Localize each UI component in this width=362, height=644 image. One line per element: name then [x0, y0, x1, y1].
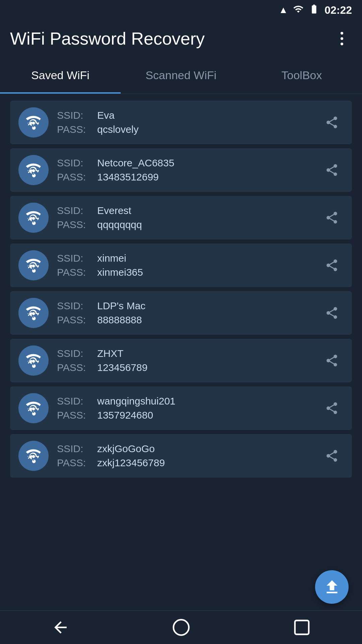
wifi-list-item: SSID: wangqingshui201 PASS: 1357924680 — [10, 386, 352, 430]
wifi-info: SSID: ZHXT PASS: 123456789 — [57, 348, 312, 373]
pass-label: PASS: — [57, 267, 94, 278]
ssid-label: SSID: — [57, 157, 94, 169]
wifi-device-icon — [18, 393, 49, 423]
wifi-info: SSID: Everest PASS: qqqqqqqq — [57, 205, 312, 230]
pass-label: PASS: — [57, 457, 94, 469]
share-button[interactable] — [320, 111, 344, 134]
ssid-value: ZHXT — [97, 348, 123, 359]
share-button[interactable] — [320, 301, 344, 325]
ssid-label: SSID: — [57, 395, 94, 407]
wifi-list-item: SSID: zxkjGoGoGo PASS: zxkj123456789 — [10, 434, 352, 478]
ssid-row: SSID: zxkjGoGoGo — [57, 443, 312, 454]
pass-label: PASS: — [57, 362, 94, 373]
pass-label: PASS: — [57, 314, 94, 326]
pass-value: zxkj123456789 — [97, 457, 165, 469]
menu-dot-1 — [341, 32, 343, 35]
signal-status-icon — [293, 4, 304, 17]
pass-row: PASS: zxkj123456789 — [57, 457, 312, 469]
wifi-info: SSID: LDP's Mac PASS: 88888888 — [57, 300, 312, 326]
pass-label: PASS: — [57, 219, 94, 230]
upload-fab-button[interactable] — [315, 570, 349, 604]
pass-row: PASS: qcslovely — [57, 124, 312, 135]
upload-icon — [323, 578, 341, 596]
wifi-device-icon — [18, 298, 49, 328]
app-title: WiFi Password Recovery — [10, 29, 205, 49]
ssid-row: SSID: ZHXT — [57, 348, 312, 359]
ssid-value: wangqingshui201 — [97, 395, 176, 407]
wifi-info: SSID: wangqingshui201 PASS: 1357924680 — [57, 395, 312, 421]
share-button[interactable] — [320, 444, 344, 468]
ssid-row: SSID: Eva — [57, 110, 312, 121]
pass-value: 1357924680 — [97, 410, 153, 421]
wifi-device-icon — [18, 250, 49, 280]
share-button[interactable] — [320, 349, 344, 372]
share-button[interactable] — [320, 158, 344, 182]
pass-row: PASS: 13483512699 — [57, 171, 312, 183]
ssid-row: SSID: xinmei — [57, 253, 312, 264]
ssid-row: SSID: Netcore_AC6835 — [57, 157, 312, 169]
tab-scanned-wifi[interactable]: Scanned WiFi — [121, 57, 241, 94]
more-options-button[interactable] — [332, 29, 352, 49]
wifi-info: SSID: zxkjGoGoGo PASS: zxkj123456789 — [57, 443, 312, 469]
ssid-value: Everest — [97, 205, 131, 216]
wifi-list-item: SSID: LDP's Mac PASS: 88888888 — [10, 291, 352, 335]
pass-row: PASS: 88888888 — [57, 314, 312, 326]
wifi-list-item: SSID: Eva PASS: qcslovely — [10, 101, 352, 144]
wifi-device-icon — [18, 107, 49, 138]
ssid-value: LDP's Mac — [97, 300, 145, 312]
nav-back-button[interactable] — [40, 614, 80, 641]
ssid-value: xinmei — [97, 253, 126, 264]
pass-value: 88888888 — [97, 314, 142, 326]
wifi-info: SSID: xinmei PASS: xinmei365 — [57, 253, 312, 278]
wifi-list-item: SSID: Netcore_AC6835 PASS: 13483512699 — [10, 148, 352, 192]
back-icon — [51, 618, 70, 637]
home-icon — [172, 618, 190, 637]
pass-value: 13483512699 — [97, 171, 159, 183]
tab-saved-wifi[interactable]: Saved WiFi — [0, 57, 121, 94]
tabs-bar: Saved WiFi Scanned WiFi ToolBox — [0, 57, 362, 94]
wifi-info: SSID: Netcore_AC6835 PASS: 13483512699 — [57, 157, 312, 183]
share-button[interactable] — [320, 254, 344, 277]
wifi-device-icon — [18, 441, 49, 471]
recents-icon — [293, 618, 311, 637]
pass-value: qcslovely — [97, 124, 138, 135]
pass-row: PASS: xinmei365 — [57, 267, 312, 278]
svg-rect-1 — [295, 621, 308, 634]
ssid-value: Eva — [97, 110, 115, 121]
ssid-row: SSID: wangqingshui201 — [57, 395, 312, 407]
ssid-value: Netcore_AC6835 — [97, 157, 174, 169]
nav-recents-button[interactable] — [282, 614, 322, 641]
pass-value: 123456789 — [97, 362, 147, 373]
wifi-device-icon — [18, 345, 49, 376]
menu-dot-2 — [341, 37, 343, 40]
nav-home-button[interactable] — [161, 614, 201, 641]
ssid-label: SSID: — [57, 110, 94, 121]
pass-row: PASS: qqqqqqqq — [57, 219, 312, 230]
ssid-label: SSID: — [57, 253, 94, 264]
tab-toolbox[interactable]: ToolBox — [241, 57, 362, 94]
wifi-info: SSID: Eva PASS: qcslovely — [57, 110, 312, 135]
pass-row: PASS: 1357924680 — [57, 410, 312, 421]
pass-label: PASS: — [57, 124, 94, 135]
wifi-list-item: SSID: Everest PASS: qqqqqqqq — [10, 196, 352, 239]
menu-dot-3 — [341, 43, 343, 45]
status-bar-right: ▲ 02:22 — [279, 4, 352, 17]
svg-point-0 — [173, 620, 189, 635]
pass-label: PASS: — [57, 171, 94, 183]
ssid-label: SSID: — [57, 205, 94, 216]
ssid-row: SSID: LDP's Mac — [57, 300, 312, 312]
pass-row: PASS: 123456789 — [57, 362, 312, 373]
share-button[interactable] — [320, 396, 344, 420]
wifi-list-item: SSID: xinmei PASS: xinmei365 — [10, 244, 352, 287]
ssid-row: SSID: Everest — [57, 205, 312, 216]
ssid-label: SSID: — [57, 348, 94, 359]
pass-label: PASS: — [57, 410, 94, 421]
status-time: 02:22 — [324, 4, 352, 16]
wifi-status-icon: ▲ — [279, 5, 288, 15]
status-bar: ▲ 02:22 — [0, 0, 362, 20]
ssid-value: zxkjGoGoGo — [97, 443, 155, 454]
battery-status-icon — [309, 4, 319, 17]
share-button[interactable] — [320, 206, 344, 229]
wifi-list: SSID: Eva PASS: qcslovely SSID: Netcore_… — [0, 94, 362, 484]
app-header: WiFi Password Recovery — [0, 20, 362, 57]
